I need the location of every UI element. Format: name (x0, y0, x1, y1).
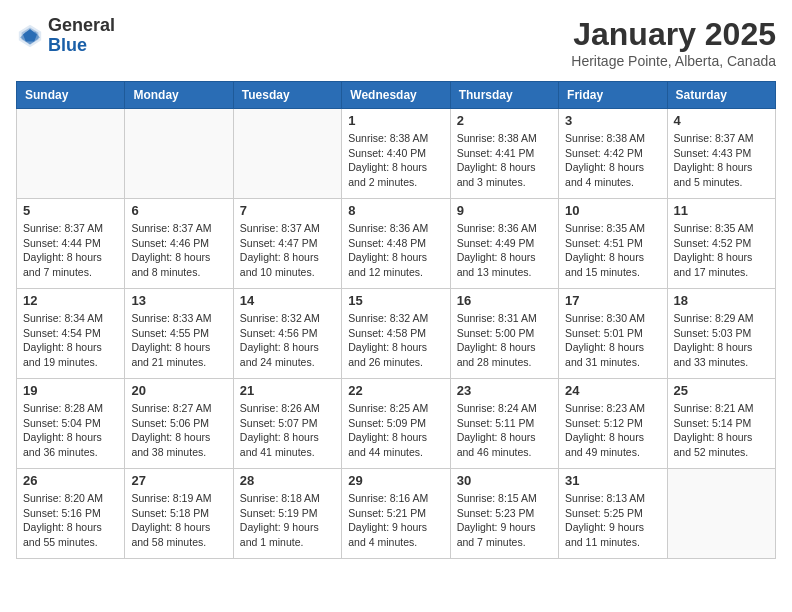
calendar-week-3: 12Sunrise: 8:34 AM Sunset: 4:54 PM Dayli… (17, 289, 776, 379)
day-number: 15 (348, 293, 443, 308)
calendar-day: 14Sunrise: 8:32 AM Sunset: 4:56 PM Dayli… (233, 289, 341, 379)
calendar-day: 27Sunrise: 8:19 AM Sunset: 5:18 PM Dayli… (125, 469, 233, 559)
day-number: 19 (23, 383, 118, 398)
day-number: 8 (348, 203, 443, 218)
calendar-day: 25Sunrise: 8:21 AM Sunset: 5:14 PM Dayli… (667, 379, 775, 469)
day-number: 11 (674, 203, 769, 218)
day-number: 21 (240, 383, 335, 398)
logo-text: General Blue (48, 16, 115, 56)
calendar-day: 24Sunrise: 8:23 AM Sunset: 5:12 PM Dayli… (559, 379, 667, 469)
day-number: 1 (348, 113, 443, 128)
weekday-header-friday: Friday (559, 82, 667, 109)
calendar-day: 30Sunrise: 8:15 AM Sunset: 5:23 PM Dayli… (450, 469, 558, 559)
day-info: Sunrise: 8:38 AM Sunset: 4:40 PM Dayligh… (348, 131, 443, 190)
calendar-day: 28Sunrise: 8:18 AM Sunset: 5:19 PM Dayli… (233, 469, 341, 559)
calendar-day: 6Sunrise: 8:37 AM Sunset: 4:46 PM Daylig… (125, 199, 233, 289)
calendar-day: 11Sunrise: 8:35 AM Sunset: 4:52 PM Dayli… (667, 199, 775, 289)
day-info: Sunrise: 8:27 AM Sunset: 5:06 PM Dayligh… (131, 401, 226, 460)
day-info: Sunrise: 8:32 AM Sunset: 4:58 PM Dayligh… (348, 311, 443, 370)
day-info: Sunrise: 8:15 AM Sunset: 5:23 PM Dayligh… (457, 491, 552, 550)
weekday-header-saturday: Saturday (667, 82, 775, 109)
day-info: Sunrise: 8:21 AM Sunset: 5:14 PM Dayligh… (674, 401, 769, 460)
day-number: 18 (674, 293, 769, 308)
weekday-header-row: SundayMondayTuesdayWednesdayThursdayFrid… (17, 82, 776, 109)
day-number: 29 (348, 473, 443, 488)
day-number: 22 (348, 383, 443, 398)
day-number: 30 (457, 473, 552, 488)
calendar-day: 1Sunrise: 8:38 AM Sunset: 4:40 PM Daylig… (342, 109, 450, 199)
weekday-header-sunday: Sunday (17, 82, 125, 109)
calendar-week-1: 1Sunrise: 8:38 AM Sunset: 4:40 PM Daylig… (17, 109, 776, 199)
day-number: 12 (23, 293, 118, 308)
day-info: Sunrise: 8:29 AM Sunset: 5:03 PM Dayligh… (674, 311, 769, 370)
calendar-day: 12Sunrise: 8:34 AM Sunset: 4:54 PM Dayli… (17, 289, 125, 379)
day-info: Sunrise: 8:24 AM Sunset: 5:11 PM Dayligh… (457, 401, 552, 460)
day-number: 14 (240, 293, 335, 308)
calendar-day: 7Sunrise: 8:37 AM Sunset: 4:47 PM Daylig… (233, 199, 341, 289)
title-block: January 2025 Heritage Pointe, Alberta, C… (571, 16, 776, 69)
day-number: 28 (240, 473, 335, 488)
calendar-day: 4Sunrise: 8:37 AM Sunset: 4:43 PM Daylig… (667, 109, 775, 199)
day-info: Sunrise: 8:19 AM Sunset: 5:18 PM Dayligh… (131, 491, 226, 550)
calendar-day: 13Sunrise: 8:33 AM Sunset: 4:55 PM Dayli… (125, 289, 233, 379)
day-info: Sunrise: 8:37 AM Sunset: 4:44 PM Dayligh… (23, 221, 118, 280)
logo-general: General (48, 15, 115, 35)
weekday-header-tuesday: Tuesday (233, 82, 341, 109)
weekday-header-wednesday: Wednesday (342, 82, 450, 109)
page-header: General Blue January 2025 Heritage Point… (16, 16, 776, 69)
calendar-day: 21Sunrise: 8:26 AM Sunset: 5:07 PM Dayli… (233, 379, 341, 469)
calendar-day (233, 109, 341, 199)
day-number: 25 (674, 383, 769, 398)
calendar-day: 10Sunrise: 8:35 AM Sunset: 4:51 PM Dayli… (559, 199, 667, 289)
day-number: 26 (23, 473, 118, 488)
day-number: 9 (457, 203, 552, 218)
day-info: Sunrise: 8:31 AM Sunset: 5:00 PM Dayligh… (457, 311, 552, 370)
day-number: 3 (565, 113, 660, 128)
day-number: 2 (457, 113, 552, 128)
day-info: Sunrise: 8:13 AM Sunset: 5:25 PM Dayligh… (565, 491, 660, 550)
calendar-day: 17Sunrise: 8:30 AM Sunset: 5:01 PM Dayli… (559, 289, 667, 379)
day-number: 6 (131, 203, 226, 218)
day-info: Sunrise: 8:28 AM Sunset: 5:04 PM Dayligh… (23, 401, 118, 460)
day-info: Sunrise: 8:36 AM Sunset: 4:49 PM Dayligh… (457, 221, 552, 280)
day-number: 7 (240, 203, 335, 218)
weekday-header-thursday: Thursday (450, 82, 558, 109)
day-number: 10 (565, 203, 660, 218)
day-number: 20 (131, 383, 226, 398)
day-number: 4 (674, 113, 769, 128)
day-number: 31 (565, 473, 660, 488)
month-title: January 2025 (571, 16, 776, 53)
day-info: Sunrise: 8:26 AM Sunset: 5:07 PM Dayligh… (240, 401, 335, 460)
calendar-day: 23Sunrise: 8:24 AM Sunset: 5:11 PM Dayli… (450, 379, 558, 469)
day-info: Sunrise: 8:38 AM Sunset: 4:42 PM Dayligh… (565, 131, 660, 190)
day-info: Sunrise: 8:20 AM Sunset: 5:16 PM Dayligh… (23, 491, 118, 550)
day-info: Sunrise: 8:23 AM Sunset: 5:12 PM Dayligh… (565, 401, 660, 460)
logo-icon (16, 22, 44, 50)
calendar-day: 31Sunrise: 8:13 AM Sunset: 5:25 PM Dayli… (559, 469, 667, 559)
calendar-week-5: 26Sunrise: 8:20 AM Sunset: 5:16 PM Dayli… (17, 469, 776, 559)
calendar-day: 8Sunrise: 8:36 AM Sunset: 4:48 PM Daylig… (342, 199, 450, 289)
day-info: Sunrise: 8:30 AM Sunset: 5:01 PM Dayligh… (565, 311, 660, 370)
day-info: Sunrise: 8:37 AM Sunset: 4:43 PM Dayligh… (674, 131, 769, 190)
calendar-day: 15Sunrise: 8:32 AM Sunset: 4:58 PM Dayli… (342, 289, 450, 379)
day-info: Sunrise: 8:37 AM Sunset: 4:47 PM Dayligh… (240, 221, 335, 280)
day-info: Sunrise: 8:25 AM Sunset: 5:09 PM Dayligh… (348, 401, 443, 460)
calendar-table: SundayMondayTuesdayWednesdayThursdayFrid… (16, 81, 776, 559)
calendar-day: 22Sunrise: 8:25 AM Sunset: 5:09 PM Dayli… (342, 379, 450, 469)
day-number: 23 (457, 383, 552, 398)
calendar-day (667, 469, 775, 559)
day-number: 17 (565, 293, 660, 308)
day-number: 13 (131, 293, 226, 308)
calendar-day (17, 109, 125, 199)
day-info: Sunrise: 8:36 AM Sunset: 4:48 PM Dayligh… (348, 221, 443, 280)
day-number: 27 (131, 473, 226, 488)
calendar-day: 2Sunrise: 8:38 AM Sunset: 4:41 PM Daylig… (450, 109, 558, 199)
day-info: Sunrise: 8:32 AM Sunset: 4:56 PM Dayligh… (240, 311, 335, 370)
calendar-week-4: 19Sunrise: 8:28 AM Sunset: 5:04 PM Dayli… (17, 379, 776, 469)
calendar-day: 19Sunrise: 8:28 AM Sunset: 5:04 PM Dayli… (17, 379, 125, 469)
calendar-day: 3Sunrise: 8:38 AM Sunset: 4:42 PM Daylig… (559, 109, 667, 199)
day-info: Sunrise: 8:16 AM Sunset: 5:21 PM Dayligh… (348, 491, 443, 550)
logo: General Blue (16, 16, 115, 56)
day-info: Sunrise: 8:18 AM Sunset: 5:19 PM Dayligh… (240, 491, 335, 550)
day-info: Sunrise: 8:35 AM Sunset: 4:51 PM Dayligh… (565, 221, 660, 280)
